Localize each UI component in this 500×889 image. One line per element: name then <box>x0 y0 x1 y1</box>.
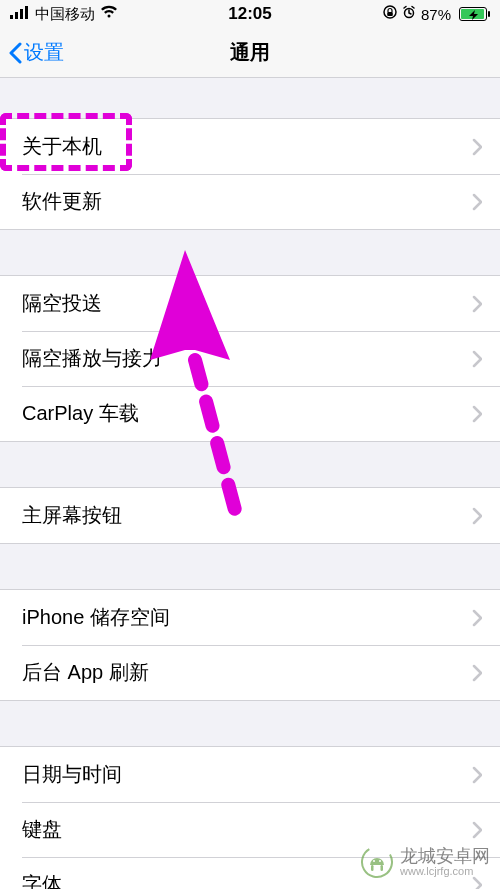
row-carplay[interactable]: CarPlay 车载 <box>0 386 500 441</box>
chevron-right-icon <box>472 821 482 839</box>
chevron-right-icon <box>472 664 482 682</box>
watermark-name: 龙城安卓网 <box>400 847 490 865</box>
row-label: 字体 <box>22 871 62 889</box>
status-time: 12:05 <box>228 4 271 24</box>
row-airplay[interactable]: 隔空播放与接力 <box>0 331 500 386</box>
svg-rect-2 <box>20 9 23 19</box>
row-label: 日期与时间 <box>22 761 122 788</box>
chevron-right-icon <box>472 295 482 313</box>
back-button[interactable]: 设置 <box>0 39 64 66</box>
alarm-icon <box>402 4 416 24</box>
chevron-right-icon <box>472 405 482 423</box>
chevron-right-icon <box>472 193 482 211</box>
watermark-url: www.lcjrfg.com <box>400 865 490 877</box>
row-label: 主屏幕按钮 <box>22 502 122 529</box>
status-left: 中国移动 <box>10 4 118 24</box>
status-right: 87% <box>383 4 490 24</box>
svg-rect-1 <box>15 12 18 19</box>
chevron-right-icon <box>472 507 482 525</box>
row-label: 关于本机 <box>22 133 102 160</box>
battery-icon <box>456 7 490 21</box>
chevron-right-icon <box>472 609 482 627</box>
wifi-icon <box>100 4 118 24</box>
watermark: 龙城安卓网 www.lcjrfg.com <box>360 845 490 879</box>
back-label: 设置 <box>24 39 64 66</box>
svg-rect-0 <box>10 15 13 19</box>
row-datetime[interactable]: 日期与时间 <box>0 747 500 802</box>
row-label: 软件更新 <box>22 188 102 215</box>
svg-rect-3 <box>25 6 28 19</box>
chevron-right-icon <box>472 138 482 156</box>
svg-rect-11 <box>381 865 384 871</box>
signal-icon <box>10 4 30 24</box>
row-background-refresh[interactable]: 后台 App 刷新 <box>0 645 500 700</box>
row-label: 键盘 <box>22 816 62 843</box>
chevron-right-icon <box>472 350 482 368</box>
lock-icon <box>383 4 397 24</box>
group-storage: iPhone 储存空间 后台 App 刷新 <box>0 589 500 701</box>
status-bar: 中国移动 12:05 87% <box>0 0 500 28</box>
chevron-right-icon <box>472 766 482 784</box>
group-airdrop: 隔空投送 隔空播放与接力 CarPlay 车载 <box>0 275 500 442</box>
svg-rect-10 <box>371 865 374 871</box>
battery-pct: 87% <box>421 6 451 23</box>
row-storage[interactable]: iPhone 储存空间 <box>0 590 500 645</box>
row-label: iPhone 储存空间 <box>22 604 170 631</box>
carrier-text: 中国移动 <box>35 5 95 24</box>
row-home-button[interactable]: 主屏幕按钮 <box>0 488 500 543</box>
svg-point-13 <box>379 860 381 862</box>
page-title: 通用 <box>230 39 270 66</box>
nav-bar: 设置 通用 <box>0 28 500 78</box>
svg-point-12 <box>373 860 375 862</box>
row-label: 隔空播放与接力 <box>22 345 162 372</box>
row-airdrop[interactable]: 隔空投送 <box>0 276 500 331</box>
watermark-icon <box>360 845 394 879</box>
chevron-left-icon <box>8 42 22 64</box>
row-about[interactable]: 关于本机 <box>0 119 500 174</box>
row-label: 隔空投送 <box>22 290 102 317</box>
row-label: CarPlay 车载 <box>22 400 139 427</box>
row-software-update[interactable]: 软件更新 <box>0 174 500 229</box>
group-home-button: 主屏幕按钮 <box>0 487 500 544</box>
svg-rect-5 <box>387 12 393 16</box>
row-label: 后台 App 刷新 <box>22 659 149 686</box>
group-about: 关于本机 软件更新 <box>0 118 500 230</box>
